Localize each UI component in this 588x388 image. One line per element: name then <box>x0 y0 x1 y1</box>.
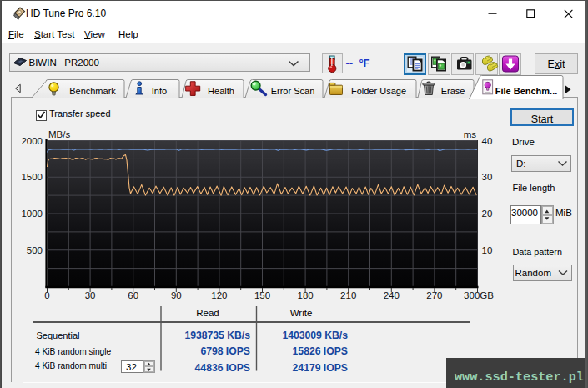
svg-text:40: 40 <box>482 136 493 146</box>
svg-text:300GB: 300GB <box>464 290 494 300</box>
svg-text:30: 30 <box>482 172 493 182</box>
svg-text:120: 120 <box>211 290 227 300</box>
svg-text:10: 10 <box>482 245 493 255</box>
svg-text:180: 180 <box>298 290 314 300</box>
svg-text:240: 240 <box>384 290 400 300</box>
svg-text:60: 60 <box>128 290 138 300</box>
svg-text:1000: 1000 <box>21 209 43 219</box>
svg-text:500: 500 <box>27 245 43 255</box>
svg-text:2000: 2000 <box>21 136 43 146</box>
svg-text:20: 20 <box>482 209 493 219</box>
svg-text:150: 150 <box>254 290 270 300</box>
svg-text:1500: 1500 <box>21 172 43 182</box>
svg-text:270: 270 <box>426 290 442 300</box>
svg-text:ms: ms <box>464 129 477 139</box>
svg-text:210: 210 <box>340 290 356 300</box>
svg-text:MB/s: MB/s <box>48 129 70 139</box>
svg-text:90: 90 <box>171 290 182 300</box>
svg-text:0: 0 <box>44 290 49 300</box>
svg-text:30: 30 <box>85 290 96 300</box>
